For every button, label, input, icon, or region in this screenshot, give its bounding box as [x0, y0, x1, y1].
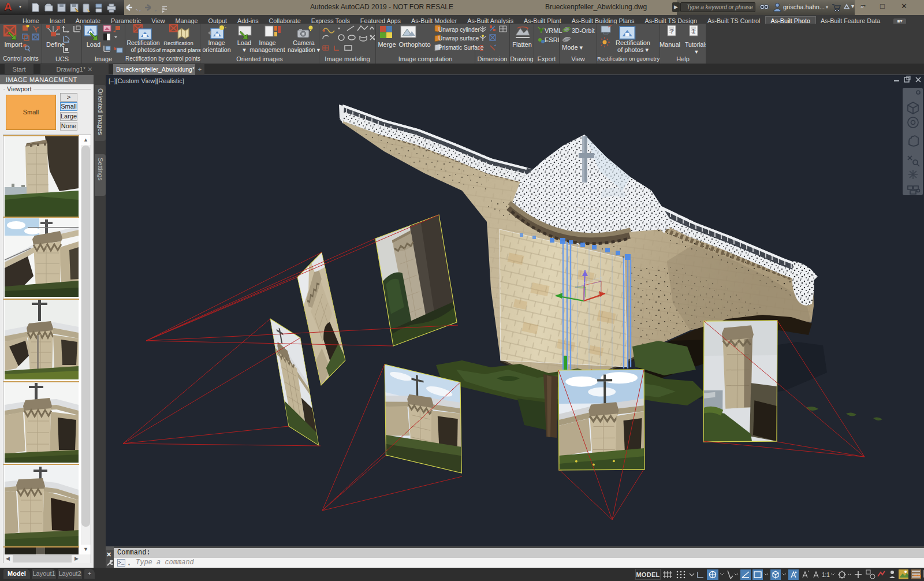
svg-text:grischa.hahn...: grischa.hahn...: [783, 3, 825, 10]
svg-text:[−][Custom View][Realistic]: [−][Custom View][Realistic]: [109, 77, 184, 84]
svg-text:1: 1: [692, 28, 695, 35]
svg-text:?: ?: [670, 28, 674, 35]
svg-text:1:1: 1:1: [822, 572, 830, 578]
svg-text:▾: ▾: [826, 5, 828, 10]
